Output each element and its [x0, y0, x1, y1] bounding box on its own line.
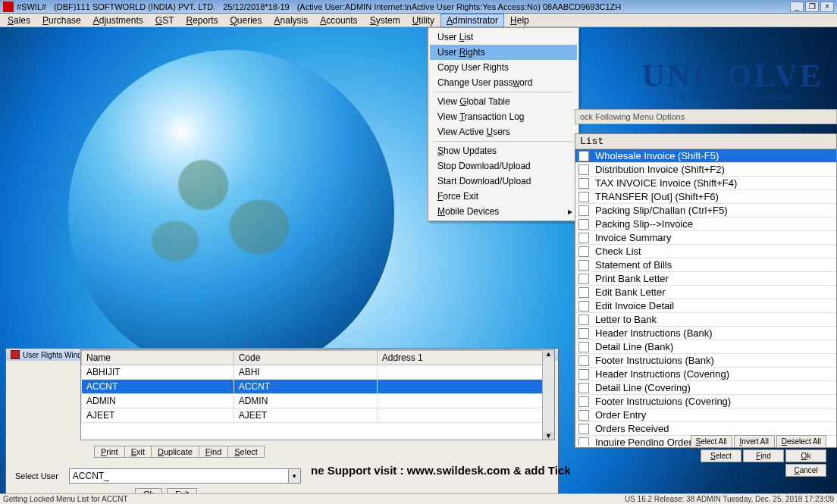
maximize-button[interactable]: ❐	[805, 2, 819, 12]
menu-adminstrator[interactable]: Adminstrator	[440, 14, 504, 27]
menu-item-mobile-devices[interactable]: Mobile Devices	[430, 204, 577, 219]
checkbox[interactable]	[578, 164, 589, 175]
find-button[interactable]: Find	[743, 449, 784, 462]
checkbox[interactable]	[578, 219, 589, 230]
list-item[interactable]: TAX INVOICE Invoice (Shift+F4)	[575, 177, 836, 190]
list-item[interactable]: Footer Instructuions (Bank)	[575, 354, 836, 368]
menu-queries[interactable]: Queries	[224, 14, 268, 27]
menu-gst[interactable]: GST	[149, 14, 180, 27]
menu-purchase[interactable]: Purchase	[36, 14, 87, 27]
checkbox[interactable]	[578, 315, 589, 325]
minimize-button[interactable]: _	[790, 2, 804, 12]
checkbox[interactable]	[578, 287, 589, 298]
checkbox[interactable]	[578, 260, 589, 271]
list-item[interactable]: TRANSFER [Out] (Shift+F6)	[575, 190, 836, 204]
menu-item-copy-user-rights[interactable]: Copy User Rights	[430, 60, 577, 75]
list-item[interactable]: Invoice Summary	[575, 231, 836, 245]
menu-item-stop-download-upload[interactable]: Stop Download/Upload	[430, 158, 577, 174]
select-all-button[interactable]: Select All	[691, 435, 732, 448]
menu-item-user-rights[interactable]: User Rights	[430, 45, 577, 60]
menu-utility[interactable]: Utility	[406, 14, 440, 27]
invert-all-button[interactable]: Invert All	[734, 435, 775, 448]
select-user-input[interactable]	[69, 468, 289, 484]
menu-item-show-updates[interactable]: Show Updates	[430, 143, 577, 158]
list-item[interactable]: Orders Received	[575, 422, 836, 436]
menu-item-change-user-password[interactable]: Change User password	[430, 75, 577, 90]
select-button[interactable]: Select	[227, 446, 265, 458]
menu-item-user-list[interactable]: User List	[430, 30, 577, 45]
globe-art	[68, 50, 394, 376]
select-button[interactable]: Select	[701, 449, 741, 462]
administrator-menu[interactable]: User ListUser RightsCopy User RightsChan…	[428, 27, 579, 221]
list-item[interactable]: Order Entry	[575, 409, 836, 422]
list-item[interactable]: Edit Bank Letter	[575, 286, 836, 299]
checkbox[interactable]	[578, 369, 589, 380]
list-item[interactable]: Footer Instructuions (Covering)	[575, 395, 836, 409]
menu-analysis[interactable]: Analysis	[268, 14, 315, 27]
list-item[interactable]: Wholesale Invoice (Shift-F5)	[575, 149, 836, 163]
table-row[interactable]: AJEETAJEET	[82, 409, 554, 423]
checkbox[interactable]	[578, 192, 589, 202]
close-button[interactable]: ×	[820, 2, 834, 12]
checkbox[interactable]	[578, 233, 589, 243]
col-header[interactable]: Code	[234, 351, 377, 365]
menu-item-start-download-upload[interactable]: Start Download/Upload	[430, 174, 577, 189]
table-row[interactable]: ADMINADMIN	[82, 394, 554, 409]
ok-button[interactable]: Ok	[135, 488, 162, 493]
table-row[interactable]: ABHIJITABHI	[82, 365, 554, 380]
checkbox[interactable]	[578, 301, 589, 311]
list-item[interactable]: Detail Line (Bank)	[575, 340, 836, 354]
menu-reports[interactable]: Reports	[180, 14, 224, 27]
scrollbar[interactable]	[542, 350, 554, 440]
exit-button[interactable]: Exit	[167, 488, 197, 493]
exit-button[interactable]: Exit	[124, 446, 151, 458]
table-row[interactable]: ACCNTACCNT	[82, 380, 554, 394]
list-item[interactable]: Packing Slip-->Invoice	[575, 218, 836, 231]
find-button[interactable]: Find	[199, 446, 227, 458]
checkbox[interactable]	[578, 178, 589, 189]
list-item[interactable]: Header Instructions (Bank)	[575, 327, 836, 340]
checkbox[interactable]	[578, 437, 589, 446]
user-grid[interactable]: NameCodeAddress 1ABHIJITABHIACCNTACCNTAD…	[80, 349, 555, 440]
checkbox[interactable]	[578, 424, 589, 434]
deselect-all-button[interactable]: Deselect All	[776, 435, 826, 448]
menu-item-view-transaction-log[interactable]: View Transaction Log	[430, 109, 577, 124]
checkbox[interactable]	[578, 410, 589, 421]
list-item[interactable]: Detail Line (Covering)	[575, 381, 836, 395]
checkbox[interactable]	[578, 396, 589, 407]
list-item[interactable]: Print Bank Letter	[575, 272, 836, 286]
lock-list-items[interactable]: Wholesale Invoice (Shift-F5)Distribution…	[575, 149, 836, 446]
menu-help[interactable]: Help	[504, 14, 535, 27]
print-button[interactable]: Print	[94, 446, 124, 458]
ok-button[interactable]: Ok	[785, 449, 826, 462]
col-header[interactable]: Name	[82, 351, 234, 365]
menu-adjustments[interactable]: Adjustments	[87, 14, 149, 27]
menu-item-force-exit[interactable]: Force Exit	[430, 189, 577, 204]
checkbox[interactable]	[578, 274, 589, 284]
checkbox[interactable]	[578, 246, 589, 257]
list-item[interactable]: Packing Slip/Challan (Ctrl+F5)	[575, 204, 836, 218]
cancel-button[interactable]: Cancel	[785, 464, 826, 477]
list-item[interactable]: Edit Invoice Detail	[575, 299, 836, 313]
checkbox[interactable]	[578, 383, 589, 393]
menu-sales[interactable]: Sales	[2, 14, 36, 27]
select-user-dropdown[interactable]: ▾	[289, 468, 301, 484]
menu-item-view-global-table[interactable]: View Global Table	[430, 94, 577, 109]
duplicate-button[interactable]: Duplicate	[151, 446, 199, 458]
checkbox[interactable]	[578, 205, 589, 216]
col-header[interactable]: Address 1	[377, 351, 553, 365]
status-bar: Getting Locked Menu List for ACCNT US 16…	[0, 493, 837, 504]
menu-bar[interactable]: SalesPurchaseAdjustmentsGSTReportsQuerie…	[0, 14, 837, 27]
list-item[interactable]: Letter to Bank	[575, 313, 836, 327]
checkbox[interactable]	[578, 151, 589, 161]
list-item[interactable]: Check List	[575, 245, 836, 258]
checkbox[interactable]	[578, 355, 589, 366]
list-item[interactable]: Statement of Bills	[575, 258, 836, 272]
list-item[interactable]: Header Instructions (Covering)	[575, 368, 836, 381]
checkbox[interactable]	[578, 328, 589, 339]
list-item[interactable]: Distribution Invoice (Shift+F2)	[575, 163, 836, 177]
menu-item-view-active-users[interactable]: View Active Users	[430, 124, 577, 139]
checkbox[interactable]	[578, 342, 589, 352]
menu-system[interactable]: System	[364, 14, 406, 27]
menu-accounts[interactable]: Accounts	[314, 14, 363, 27]
